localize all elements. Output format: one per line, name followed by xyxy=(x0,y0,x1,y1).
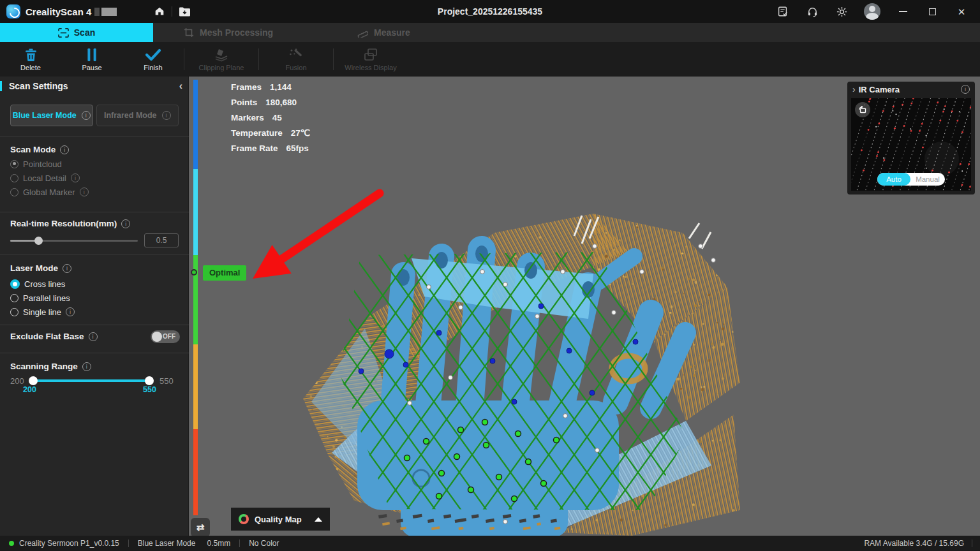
ram-available: RAM Available 3.4G / 15.69G xyxy=(864,539,964,548)
info-icon[interactable]: i xyxy=(80,187,89,196)
delete-button[interactable]: Delete xyxy=(0,42,61,77)
radio-cross-lines[interactable]: Cross lines xyxy=(10,277,65,290)
maximize-icon xyxy=(929,8,936,15)
radio-parallel-lines[interactable]: Parallel lines xyxy=(10,291,70,304)
info-icon[interactable]: i xyxy=(60,145,69,154)
global-marker-label: Global Marker xyxy=(23,187,75,197)
scan-settings-panel: Scan Settings ‹ Blue Laser Mode i Infrar… xyxy=(0,77,189,536)
resolution-value-field[interactable]: 0.5 xyxy=(144,233,179,247)
info-icon[interactable]: i xyxy=(961,85,970,94)
info-icon[interactable]: i xyxy=(71,173,80,182)
info-icon[interactable]: i xyxy=(82,362,91,371)
swap-view-button[interactable] xyxy=(855,102,870,117)
scan-statistics: Frames 1,144 Points 180,680 Markers 45 T… xyxy=(231,80,310,156)
accent-bar xyxy=(0,81,2,91)
open-project-button[interactable] xyxy=(177,4,191,18)
fusion-button[interactable]: Fusion xyxy=(259,42,333,77)
points-value: 180,680 xyxy=(265,95,297,110)
home-button[interactable] xyxy=(152,4,167,18)
distance-gradient-bar xyxy=(193,80,198,515)
radio-icon xyxy=(10,294,19,302)
survey-icon xyxy=(777,6,789,17)
bar-far-cyan xyxy=(193,169,198,255)
tab-measure[interactable]: Measure xyxy=(357,23,410,42)
radio-pointcloud[interactable]: Pointcloud xyxy=(10,158,62,170)
support-button[interactable] xyxy=(805,4,819,18)
clipping-plane-button[interactable]: Clipping Plane xyxy=(184,42,258,77)
frames-value: 1,144 xyxy=(270,80,292,95)
divider xyxy=(172,6,172,17)
infrared-mode-label: Infrared Mode xyxy=(104,111,157,120)
scan-3d-viewport[interactable]: Optimal Frames 1,144 Points 180,680 Mark… xyxy=(189,77,980,536)
frame-rate-label: Frame Rate xyxy=(231,141,278,156)
frame-rate-value: 65fps xyxy=(286,141,309,156)
redacted-text xyxy=(94,8,100,16)
info-icon[interactable]: i xyxy=(89,332,98,341)
resolution-slider-handle[interactable] xyxy=(34,237,43,245)
wireless-display-button[interactable]: Wireless Display xyxy=(334,42,408,77)
trash-icon xyxy=(24,48,38,62)
resolution-slider[interactable] xyxy=(10,240,138,242)
divider xyxy=(0,325,189,325)
scanning-range-slider[interactable] xyxy=(31,379,152,382)
cross-lines-label: Cross lines xyxy=(24,279,65,289)
mesh-crop-icon xyxy=(184,27,194,38)
toggle-knob xyxy=(152,332,162,342)
radio-global-marker[interactable]: Global Marker i xyxy=(10,186,89,198)
swap-gradient-button[interactable]: ⇄ xyxy=(191,518,210,536)
blue-laser-mode-button[interactable]: Blue Laser Mode i xyxy=(10,105,93,126)
finish-label: Finish xyxy=(144,64,162,71)
scan-toolbar: Delete Pause Finish Clipping Plane Fusio… xyxy=(0,42,980,77)
panel-title: Scan Settings xyxy=(9,81,68,91)
finish-button[interactable]: Finish xyxy=(122,42,184,77)
minimize-button[interactable] xyxy=(896,4,910,18)
optimal-distance-marker xyxy=(191,269,197,276)
wireless-display-icon xyxy=(363,48,378,62)
bar-too-near-red xyxy=(193,429,198,515)
manual-exposure-button[interactable]: Manual xyxy=(910,175,945,183)
tab-bar: Scan Mesh Processing Measure xyxy=(0,23,980,42)
info-icon[interactable]: i xyxy=(121,219,130,228)
tab-mesh-processing[interactable]: Mesh Processing xyxy=(184,23,273,42)
headset-icon xyxy=(806,6,819,18)
pointcloud-label: Pointcloud xyxy=(23,159,62,169)
rotate-view-icon xyxy=(858,106,867,114)
stat-frame-rate: Frame Rate 65fps xyxy=(231,141,310,156)
user-avatar[interactable] xyxy=(864,3,880,20)
radio-icon xyxy=(10,308,19,316)
markers-value: 45 xyxy=(272,110,282,126)
feedback-button[interactable] xyxy=(776,4,790,18)
radio-icon xyxy=(10,174,19,182)
auto-exposure-button[interactable]: Auto xyxy=(877,173,910,186)
chevron-right-icon[interactable]: › xyxy=(852,84,856,94)
radio-local-detail[interactable]: Local Detail i xyxy=(10,172,80,184)
close-button[interactable]: ✕ xyxy=(954,4,969,18)
ir-camera-header: › IR Camera i xyxy=(847,82,975,97)
infrared-mode-button[interactable]: Infrared Mode i xyxy=(96,105,179,126)
collapse-panel-button[interactable]: ‹ xyxy=(179,80,182,92)
radio-icon xyxy=(10,188,19,196)
quality-map-button[interactable]: Quality Map xyxy=(231,508,330,531)
delete-label: Delete xyxy=(20,64,41,71)
local-detail-label: Local Detail xyxy=(23,173,66,183)
range-min-handle[interactable] xyxy=(29,376,38,385)
range-max-handle[interactable] xyxy=(145,376,154,385)
scanning-range-text: Scanning Range xyxy=(10,362,78,371)
exclude-flat-base-toggle[interactable]: OFF xyxy=(151,330,180,343)
caret-up-icon xyxy=(315,517,322,522)
settings-button[interactable] xyxy=(835,4,849,18)
tab-scan[interactable]: Scan xyxy=(0,23,153,42)
temperature-value: 27℃ xyxy=(291,126,310,141)
info-icon[interactable]: i xyxy=(63,264,71,273)
info-icon[interactable]: i xyxy=(66,307,75,316)
ir-camera-feed: Auto Manual xyxy=(851,98,971,191)
pause-button[interactable]: Pause xyxy=(61,42,122,77)
maximize-button[interactable] xyxy=(925,4,939,18)
info-icon[interactable]: i xyxy=(162,111,171,120)
resolution-title-text: Real-time Resolution(mm) xyxy=(10,219,117,228)
info-icon[interactable]: i xyxy=(82,111,91,120)
stat-points: Points 180,680 xyxy=(231,95,310,110)
radio-single-line[interactable]: Single line i xyxy=(10,305,75,318)
tab-measure-label: Measure xyxy=(374,27,410,38)
range-max-value: 550 xyxy=(143,385,156,394)
